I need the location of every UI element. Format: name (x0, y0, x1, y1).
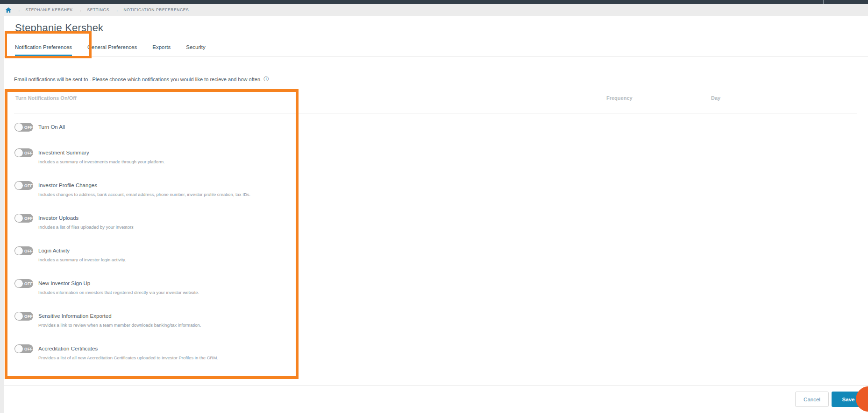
intro-sentence: Email notifications will be sent to . Pl… (14, 76, 269, 83)
notification-row-sensitive-information-exported: OFF Sensitive Information Exported Provi… (14, 312, 575, 331)
breadcrumb: → STEPHANIE KERSHEK → SETTINGS → NOTIFIC… (0, 4, 868, 16)
toggle-state-label: OFF (24, 314, 33, 319)
breadcrumb-item-settings[interactable]: SETTINGS (87, 7, 109, 12)
toggle-login-activity[interactable]: OFF (14, 246, 33, 255)
tab-exports[interactable]: Exports (152, 44, 171, 56)
breadcrumb-item-notification-preferences[interactable]: NOTIFICATION PREFERENCES (124, 7, 189, 12)
notification-row-login-activity: OFF Login Activity Includes a summary of… (14, 246, 575, 266)
breadcrumb-arrow-icon: → (114, 7, 119, 13)
notification-description: Includes a summary of investments made t… (38, 159, 165, 164)
toggle-investment-summary[interactable]: OFF (14, 148, 33, 157)
toggle-new-investor-sign-up[interactable]: OFF (14, 279, 33, 288)
toggle-turn-on-all[interactable]: OFF (14, 123, 33, 132)
notification-row-accreditation-certificates: OFF Accreditation Certificates Provides … (14, 344, 575, 364)
notification-label: Investor Profile Changes (38, 182, 97, 188)
toggle-state-label: OFF (24, 183, 33, 188)
tab-security[interactable]: Security (186, 44, 206, 56)
notification-row-turn-on-all: OFF Turn On All (14, 123, 575, 142)
tab-notification-preferences[interactable]: Notification Preferences (15, 44, 72, 56)
content-card: Stephanie Kershek Notification Preferenc… (4, 16, 868, 413)
save-button[interactable]: Save (832, 392, 865, 407)
toggle-state-label: OFF (24, 216, 33, 221)
toggle-knob (15, 345, 23, 353)
toggle-state-label: OFF (24, 281, 33, 286)
notification-row-investor-profile-changes: OFF Investor Profile Changes Includes ch… (14, 181, 575, 201)
toggle-accreditation-certificates[interactable]: OFF (14, 344, 33, 353)
notification-description: Includes a list of files uploaded by you… (38, 224, 134, 230)
notification-row-investment-summary: OFF Investment Summary Includes a summar… (14, 148, 575, 168)
notification-description: Provides a link to review when a team me… (38, 322, 201, 328)
tab-general-preferences[interactable]: General Preferences (87, 44, 137, 56)
notification-label: Login Activity (38, 248, 70, 253)
top-bar (0, 0, 868, 4)
toggle-sensitive-information-exported[interactable]: OFF (14, 312, 33, 321)
column-header-frequency: Frequency (606, 95, 633, 101)
topbar-divider (823, 0, 824, 4)
toggle-knob (15, 182, 23, 189)
toggle-knob (15, 312, 23, 320)
info-icon[interactable]: ⓘ (263, 76, 269, 83)
toggle-investor-uploads[interactable]: OFF (14, 214, 33, 223)
notification-label: Turn On All (38, 124, 65, 130)
toggle-knob (15, 280, 23, 287)
notification-description: Provides a list of all new Accreditation… (38, 355, 218, 360)
notification-label: Accreditation Certificates (38, 346, 98, 351)
column-header-day: Day (711, 95, 720, 101)
notification-label: Investor Uploads (38, 215, 78, 221)
notification-description: Includes changes to address, bank accoun… (38, 192, 250, 197)
toggle-investor-profile-changes[interactable]: OFF (14, 181, 33, 190)
page: → STEPHANIE KERSHEK → SETTINGS → NOTIFIC… (0, 0, 868, 413)
toggle-knob (15, 123, 23, 131)
breadcrumb-arrow-icon: → (16, 7, 21, 13)
toggle-knob (15, 214, 23, 222)
notification-label: New Investor Sign Up (38, 280, 90, 286)
breadcrumb-item-user[interactable]: STEPHANIE KERSHEK (26, 7, 73, 12)
toggle-knob (15, 247, 23, 255)
toggle-state-label: OFF (24, 249, 33, 253)
breadcrumb-arrow-icon: → (78, 7, 83, 13)
page-title: Stephanie Kershek (15, 21, 103, 35)
notification-label: Sensitive Information Exported (38, 313, 112, 319)
notification-row-investor-uploads: OFF Investor Uploads Includes a list of … (14, 214, 575, 233)
intro-text: Email notifications will be sent to . Pl… (14, 77, 262, 82)
notification-description: Includes a summary of investor login act… (38, 257, 126, 262)
cancel-button[interactable]: Cancel (795, 392, 829, 407)
toggle-state-label: OFF (24, 347, 33, 351)
toggle-state-label: OFF (24, 125, 33, 130)
table-header-divider (14, 113, 857, 113)
notification-row-new-investor-sign-up: OFF New Investor Sign Up Includes inform… (14, 279, 575, 299)
notification-label: Investment Summary (38, 150, 89, 155)
column-header-toggle: Turn Notifications On/Off (15, 95, 77, 101)
toggle-state-label: OFF (24, 151, 33, 155)
notification-description: Includes information on investors that r… (38, 290, 199, 295)
home-icon[interactable] (6, 7, 11, 13)
toggle-knob (15, 149, 23, 157)
footer-divider (4, 385, 868, 385)
tab-bar: Notification Preferences General Prefere… (4, 37, 868, 56)
